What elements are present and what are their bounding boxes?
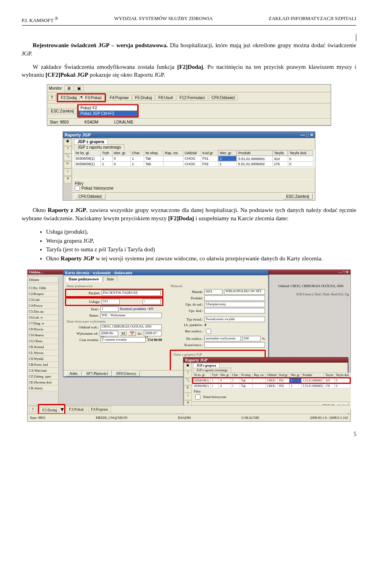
sidebar-item[interactable]: C5:Zlec.na xyxy=(28,309,58,315)
dropdown-item-2[interactable]: Pokaż JGP Ctrl+F2 xyxy=(78,111,137,116)
ilosc-field[interactable]: 1 xyxy=(100,306,119,312)
pokaz-hist-checkbox2[interactable] xyxy=(195,394,200,400)
sidebar-item[interactable]: C9:Obserw xyxy=(28,332,58,338)
czas-field[interactable]: Z czasem trwania xyxy=(100,337,146,343)
col-oddzial[interactable]: Oddział xyxy=(183,150,201,156)
col-tryb[interactable]: Tryb xyxy=(101,150,113,156)
uprdod-field[interactable] xyxy=(204,308,265,313)
btm-f2-dodaj[interactable]: F2:Dodaj xyxy=(39,407,60,413)
c6[interactable]: Oddział xyxy=(266,372,278,378)
btm-f4-popraw[interactable]: F4:Popraw xyxy=(88,406,111,412)
sidebar-item[interactable]: CE:Zlecenia dod. xyxy=(28,380,58,385)
sf7-button[interactable]: SF7:Płatności xyxy=(83,370,112,376)
produkt-field[interactable] xyxy=(204,295,265,301)
sidebar-btn-2[interactable]: ? xyxy=(64,146,72,153)
sidebar-item[interactable]: CS:Wyniki xyxy=(28,356,58,362)
c10[interactable]: Taryfa xyxy=(324,372,334,378)
c2[interactable]: Wer. gr. xyxy=(219,372,231,378)
col-nr-eksp[interactable]: Nr eksp. xyxy=(144,150,163,156)
sidebar-item[interactable]: CK:Konsul xyxy=(28,344,58,350)
typ-field[interactable]: Świadczenie zwykłe xyxy=(204,317,265,322)
dorozl-field[interactable]: normalne rozliczenie xyxy=(204,336,241,341)
c9[interactable]: Produkt xyxy=(301,372,324,378)
sidebar-item[interactable]: C1:Ks. Oddz xyxy=(28,285,58,291)
col-kod-gr[interactable]: Kod gr. xyxy=(201,150,219,156)
help-button[interactable]: ? xyxy=(48,95,56,101)
dropdown-item-1[interactable]: Pokaż F2 xyxy=(78,105,137,111)
proc-field[interactable]: 100 xyxy=(243,336,261,341)
sb-4[interactable]: Fᵢ xyxy=(184,385,192,393)
f4-popraw-button[interactable]: F4:Popraw xyxy=(107,95,131,101)
status-field[interactable]: WK - Wykonane xyxy=(100,313,162,318)
sb-3[interactable]: 🔍 xyxy=(184,378,192,385)
f2-dodaj-button[interactable]: F2:Dodaj xyxy=(58,95,80,101)
tab-inne[interactable]: Inne xyxy=(103,276,117,282)
pokaz-historyczne-checkbox[interactable] xyxy=(75,186,80,191)
sidebar-item[interactable]: C7:Diag. w xyxy=(28,321,58,326)
monitor-icon[interactable]: 🖥 xyxy=(64,85,74,91)
cf6-odswiez-button2[interactable]: CF6:Odśwież xyxy=(75,194,106,199)
sidebar-item[interactable]: C6:Lab. w xyxy=(28,315,58,321)
sf8-button[interactable]: SF8:Umowy xyxy=(113,370,140,376)
sidebar-btn-1[interactable]: ▣ xyxy=(64,139,72,146)
sidebar-btn-5[interactable]: ⌕ xyxy=(64,169,72,176)
platnik-field[interactable]: NFZ xyxy=(204,289,222,295)
btm-f3-pokaz[interactable]: F3:Pokaż xyxy=(66,406,87,412)
table-row[interactable]: 00306/08(1)101TakCHOGF0215.51.01.0006002… xyxy=(193,383,350,388)
sidebar-item[interactable]: CZ:Zabieg. oper. xyxy=(28,374,58,380)
adm-button[interactable]: Adm. xyxy=(66,370,82,376)
f12-formularz-button[interactable]: F12:Formularz xyxy=(177,95,208,101)
tab2-raport-zw[interactable]: JGP z raportu zwrotnego xyxy=(193,368,231,372)
koszt-field[interactable] xyxy=(204,342,265,348)
c4[interactable]: Nr eksp. xyxy=(240,372,252,378)
sidebar-item[interactable]: C4:Prosce xyxy=(28,303,58,309)
cal-btn[interactable]: 📅 xyxy=(128,331,136,336)
sb-1[interactable]: ▣ xyxy=(184,363,192,370)
tab2-gruper[interactable]: JGP z grupera xyxy=(193,363,220,368)
sidebar-item[interactable]: C8:Wywia xyxy=(28,326,58,332)
f5-drukuj-button[interactable]: F5:Drukuj xyxy=(132,95,155,101)
c7[interactable]: Kod gr. xyxy=(278,372,289,378)
col-wer-gr[interactable]: Wer. gr. xyxy=(113,150,131,156)
wyk-od-field[interactable]: 2008-06-04 xyxy=(100,331,118,336)
esc-zamknij-button2[interactable]: ESC:Zamknij xyxy=(283,194,313,199)
col-char[interactable]: Char. xyxy=(130,150,144,156)
date-btn[interactable]: SI xyxy=(120,331,126,336)
col-nr-ks-gl[interactable]: Nr ks. gł. xyxy=(74,150,101,156)
sidebar-btn-3[interactable]: 🔍 xyxy=(64,154,72,161)
c8[interactable]: Wer. gr. xyxy=(289,372,301,378)
tab-jgp-raport-zwrotny[interactable]: JGP z raportu zwrotnego xyxy=(74,144,124,150)
f3-pokaz-button[interactable]: F3:Pokaż xyxy=(82,95,104,101)
sidebar-item[interactable]: CB:Form. bad xyxy=(28,362,58,368)
sb-2[interactable]: ? xyxy=(184,370,192,378)
col-rap-zw[interactable]: Rap. zw. xyxy=(163,150,183,156)
ow-field[interactable]: WIELKOPOLSKI OW NFZ xyxy=(224,289,265,295)
sidebar-item[interactable]: C2:Rozpoz xyxy=(28,291,58,297)
usluga-btn[interactable]: ▫ xyxy=(143,299,161,304)
monitor-icon2[interactable]: ▣ xyxy=(74,85,83,91)
sidebar-btn-6[interactable]: ✕ xyxy=(64,176,72,183)
tab-dane-podstawowe[interactable]: Dane podstawowe xyxy=(65,276,102,282)
sb-5[interactable]: ⌕ xyxy=(184,393,192,400)
sidebar-btn-4[interactable]: Fᵢ xyxy=(64,161,72,168)
c11[interactable]: Taryfa dod xyxy=(334,372,350,378)
f8-usun-button[interactable]: F8:Usuń xyxy=(156,95,176,101)
sidebar-item[interactable]: Zmiana xyxy=(28,277,58,283)
col-produkt[interactable]: Produkt xyxy=(237,150,272,156)
sidebar-item[interactable]: CA:Wart.bad. xyxy=(28,368,58,374)
c5[interactable]: Rap. zw. xyxy=(253,372,266,378)
upr-field[interactable]: Ubezpieczony xyxy=(204,302,265,307)
cf6-odswiez-button[interactable]: CF6:Odśwież xyxy=(209,95,238,101)
table-row[interactable]: 00306/08(1)101TakCHOGF0115.51.01.0006001… xyxy=(193,378,350,383)
sidebar-item[interactable]: C3:Leki xyxy=(28,297,58,303)
c0[interactable]: Nr ks. gł. xyxy=(193,372,211,378)
usluga-field[interactable]: 551 xyxy=(102,299,120,304)
sidebar-item[interactable]: CR:Alerty xyxy=(28,385,58,391)
col-taryfa[interactable]: Taryfa xyxy=(272,150,288,156)
bez-rozlicz-checkbox[interactable] xyxy=(206,329,211,334)
wyk-do-field[interactable]: 2008-07-11 xyxy=(144,331,162,336)
odd-field[interactable]: CHOG, CHIRURGIA OGÓLNA, 4500 xyxy=(100,324,162,330)
esc-zamknij-button[interactable]: ESC:Zamknij xyxy=(48,108,76,114)
btm-help[interactable]: ? xyxy=(29,406,36,412)
tab-jgp-gruper[interactable]: JGP z grupera xyxy=(74,139,108,144)
